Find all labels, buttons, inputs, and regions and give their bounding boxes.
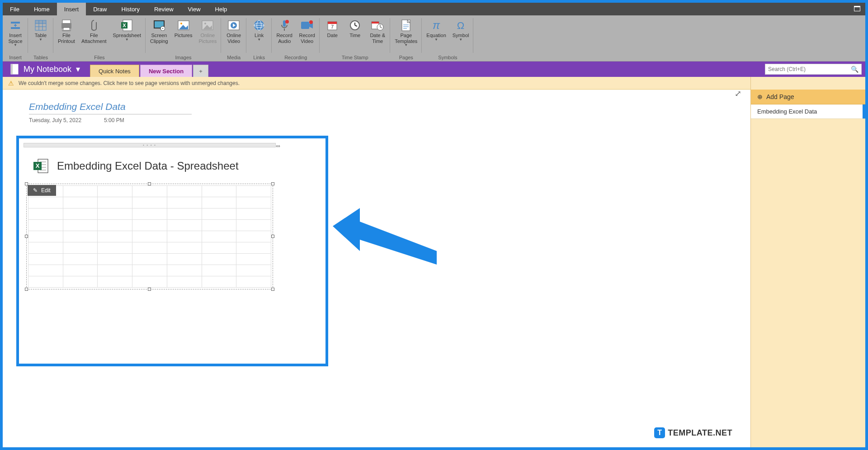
- ribbon-button-label: RecordAudio: [276, 33, 292, 44]
- ribbon-button-online-pictures: OnlinePictures: [197, 18, 218, 45]
- chevron-down-icon: ▼: [257, 38, 261, 42]
- menu-history[interactable]: History: [114, 3, 147, 15]
- svg-rect-31: [283, 20, 286, 27]
- merge-warning-bar[interactable]: ⚠ We couldn't merge some changes. Click …: [3, 77, 750, 90]
- container-resize-icon[interactable]: ⇔: [276, 143, 280, 149]
- notebook-icon: [10, 64, 19, 75]
- resize-handle[interactable]: [271, 288, 274, 291]
- chevron-down-icon: ▼: [14, 43, 17, 47]
- svg-rect-0: [11, 22, 20, 24]
- svg-point-19: [180, 23, 182, 24]
- ribbon-icon: [201, 19, 214, 32]
- ribbon-button-time[interactable]: Time: [345, 18, 365, 39]
- ribbon-icon: [253, 19, 265, 32]
- menu-help[interactable]: Help: [208, 3, 235, 15]
- tab-quick-notes[interactable]: Quick Notes: [90, 65, 139, 77]
- tab-new-section[interactable]: New Section: [140, 65, 192, 77]
- ribbon-button-date[interactable]: 7Date: [322, 18, 342, 39]
- ribbon-button-screen-clipping[interactable]: ScreenClipping: [148, 18, 170, 45]
- page-time: 5:00 PM: [104, 117, 124, 123]
- ribbon-group: 7DateTimeDate &TimeTime Stamp: [320, 15, 390, 61]
- ribbon-group: ScreenClippingPicturesOnlinePicturesImag…: [146, 15, 221, 61]
- menu-home[interactable]: Home: [27, 3, 57, 15]
- chevron-down-icon: ▼: [125, 38, 129, 42]
- ribbon-icon: [60, 19, 73, 32]
- add-page-button[interactable]: ⊕ Add Page: [751, 90, 865, 104]
- svg-rect-10: [63, 28, 70, 30]
- page-list-item[interactable]: Embedding Excel Data: [751, 104, 865, 119]
- menubar: File Home Insert Draw History Review Vie…: [3, 3, 865, 15]
- ribbon-button-symbol[interactable]: ΩSymbol▼: [451, 18, 471, 43]
- ribbon-group-label: Tables: [28, 55, 53, 60]
- menu-draw[interactable]: Draw: [86, 3, 114, 15]
- ribbon-icon: π: [430, 19, 443, 32]
- resize-handle[interactable]: [271, 235, 274, 238]
- spreadsheet-grid[interactable]: [28, 185, 271, 288]
- ribbon-group-label: Time Stamp: [320, 55, 390, 60]
- ribbon-button-insert-space[interactable]: InsertSpace▼: [5, 18, 25, 48]
- svg-rect-56: [11, 64, 13, 74]
- ribbon-icon: [371, 19, 384, 32]
- search-icon[interactable]: 🔍: [851, 66, 859, 73]
- spreadsheet-selection[interactable]: ✎ Edit: [26, 184, 273, 289]
- resize-handle[interactable]: [271, 182, 274, 185]
- ribbon-button-file-printout[interactable]: FilePrintout: [56, 18, 77, 45]
- window-control-icon[interactable]: 🗖: [849, 3, 865, 15]
- plus-icon: ⊕: [757, 93, 763, 100]
- resize-handle[interactable]: [148, 288, 151, 291]
- chevron-down-icon: ▾: [76, 64, 80, 74]
- ribbon-icon: Ω: [454, 19, 467, 32]
- svg-text:X: X: [123, 23, 126, 28]
- expand-icon[interactable]: ⤢: [735, 89, 741, 99]
- ribbon-icon: [400, 19, 412, 32]
- ribbon-button-label: Pictures: [175, 33, 193, 38]
- ribbon-group-label: Symbols: [422, 55, 473, 60]
- chevron-down-icon: ▼: [459, 38, 462, 42]
- ribbon-button-link[interactable]: Link▼: [249, 18, 269, 43]
- ribbon-icon: [153, 19, 165, 32]
- page-title[interactable]: Embedding Excel Data: [29, 101, 750, 112]
- notebook-selector[interactable]: My Notebook ▾: [3, 62, 87, 77]
- tab-add-section[interactable]: +: [193, 65, 208, 77]
- menu-insert[interactable]: Insert: [57, 3, 86, 15]
- ribbon-group: Table▼Tables: [28, 15, 53, 61]
- menu-file[interactable]: File: [3, 3, 27, 15]
- ribbon-button-equation[interactable]: πEquation▼: [425, 18, 448, 43]
- menu-review[interactable]: Review: [147, 3, 181, 15]
- ribbon-button-label: InsertSpace: [8, 33, 22, 44]
- resize-handle[interactable]: [25, 288, 28, 291]
- ribbon-button-record-audio[interactable]: RecordAudio: [274, 18, 294, 45]
- ribbon-button-page-templates[interactable]: PageTemplates▼: [393, 18, 419, 48]
- add-page-label: Add Page: [766, 93, 794, 100]
- ribbon-button-file-attachment[interactable]: FileAttachment: [80, 18, 108, 45]
- ribbon-button-record-video[interactable]: RecordVideo: [297, 18, 317, 45]
- svg-point-33: [285, 20, 289, 24]
- ribbon-icon: [301, 19, 313, 32]
- ribbon-button-date-&-time[interactable]: Date &Time: [368, 18, 387, 45]
- ribbon-button-table[interactable]: Table▼: [31, 18, 51, 43]
- title-row: My Notebook ▾ Quick Notes New Section + …: [3, 62, 865, 77]
- ribbon-group-label: Media: [221, 55, 246, 60]
- ribbon-button-pictures[interactable]: Pictures: [173, 18, 194, 39]
- container-drag-handle[interactable]: • • • •: [24, 143, 276, 147]
- embedded-object-title: Embedding Excel Data - Spreadsheet: [57, 160, 239, 172]
- search-box[interactable]: 🔍: [765, 64, 862, 75]
- svg-rect-1: [11, 27, 20, 29]
- ribbon-button-spreadsheet[interactable]: XSpreadsheet▼: [111, 18, 143, 43]
- search-input[interactable]: [768, 66, 851, 72]
- svg-point-22: [204, 23, 206, 24]
- page-panel: ⊕ Add Page Embedding Excel Data: [750, 77, 865, 447]
- ribbon-icon: [349, 19, 361, 32]
- page-title-underline: [29, 114, 192, 114]
- ribbon-button-online-video[interactable]: OnlineVideo: [224, 18, 244, 45]
- resize-handle[interactable]: [148, 182, 151, 185]
- menu-view[interactable]: View: [181, 3, 208, 15]
- ribbon-button-label: Time: [349, 33, 360, 38]
- ribbon-group: Link▼Links: [246, 15, 272, 61]
- resize-handle[interactable]: [25, 235, 28, 238]
- edit-button[interactable]: ✎ Edit: [28, 185, 56, 196]
- ribbon-button-label: FileAttachment: [81, 33, 107, 44]
- ribbon-icon: 7: [326, 19, 339, 32]
- watermark: T TEMPLATE.NET: [654, 427, 732, 438]
- watermark-text: TEMPLATE.NET: [668, 428, 732, 438]
